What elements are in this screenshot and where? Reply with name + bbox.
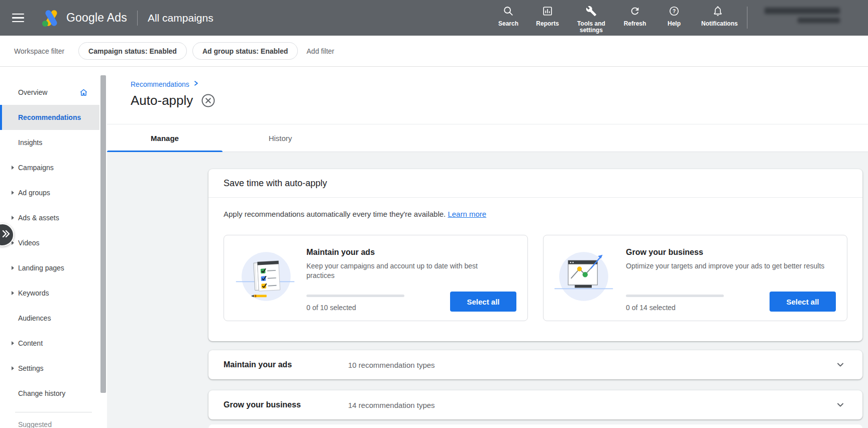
wrench-icon — [586, 6, 597, 19]
content-area: Save time with auto-apply Apply recommen… — [107, 152, 868, 428]
menu-button[interactable] — [12, 9, 30, 27]
expand-caret-icon — [12, 191, 14, 195]
page-header: Recommendations Auto-apply — [107, 67, 868, 124]
reports-icon — [542, 6, 553, 19]
progress-row: 0 of 10 selected Select all — [306, 292, 516, 312]
selection-progress-bar — [306, 295, 404, 297]
sidebar-item-recommendations[interactable]: Recommendations — [0, 105, 99, 130]
card-description: Apply recommendations automatically ever… — [224, 210, 847, 218]
notifications-nav-button[interactable]: Notifications — [701, 6, 734, 27]
header-left: Google Ads All campaigns — [12, 9, 213, 28]
accordion-count: 14 recommendation types — [348, 401, 835, 409]
chevron-down-icon[interactable] — [835, 360, 845, 370]
refresh-icon — [629, 6, 640, 19]
sidebar-item-landing-pages[interactable]: Landing pages — [0, 255, 99, 280]
context-title[interactable]: All campaigns — [148, 12, 213, 24]
promo-description: Keep your campaigns and account up to da… — [306, 261, 495, 280]
sidebar-item-ads-assets[interactable]: Ads & assets — [0, 205, 99, 230]
page-title: Auto-apply — [131, 93, 193, 108]
learn-more-link[interactable]: Learn more — [448, 210, 486, 218]
checklist-illustration — [234, 246, 295, 309]
bell-icon — [712, 6, 723, 19]
home-icon — [79, 88, 88, 97]
sidebar-item-change-history[interactable]: Change history — [0, 381, 99, 406]
accordion-grow-your-business[interactable]: Grow your business 14 recommendation typ… — [208, 390, 862, 419]
double-chevron-right-icon — [1, 229, 11, 241]
promo-description: Optimize your targets and improve your a… — [626, 261, 827, 271]
breadcrumb-recommendations-link[interactable]: Recommendations — [131, 80, 189, 88]
progress-row: 0 of 14 selected Select all — [626, 292, 836, 312]
accordion-title: Grow your business — [224, 400, 348, 409]
reports-nav-button[interactable]: Reports — [535, 6, 560, 27]
promo-main: Grow your business Optimize your targets… — [626, 243, 836, 312]
chevron-down-icon[interactable] — [835, 400, 845, 410]
filter-pill-ad-group-status[interactable]: Ad group status: Enabled — [192, 42, 298, 60]
top-app-bar: Google Ads All campaigns Search Reports … — [0, 0, 868, 36]
close-circle-icon — [201, 93, 215, 108]
next-card-partial — [208, 424, 862, 428]
card-title: Save time with auto-apply — [224, 178, 327, 189]
maintain-your-ads-card: Maintain your ads Keep your campaigns an… — [224, 235, 528, 321]
svg-text:?: ? — [673, 9, 676, 14]
tab-history[interactable]: History — [223, 124, 338, 152]
selection-progress-bar — [626, 295, 724, 297]
breadcrumb: Recommendations — [131, 80, 868, 89]
filter-pill-campaign-status[interactable]: Campaign status: Enabled — [78, 42, 187, 60]
sidebar-scrollbar[interactable] — [100, 75, 106, 393]
close-auto-apply-button[interactable] — [201, 93, 215, 108]
sidebar-item-campaigns[interactable]: Campaigns — [0, 155, 99, 180]
expand-caret-icon — [12, 366, 14, 370]
expand-caret-icon — [12, 166, 14, 170]
sidebar-section-suggested: Suggested — [0, 412, 107, 428]
sidebar-nav: Overview Recommendations Insights Campai… — [0, 67, 107, 428]
header-right: Search Reports Tools and settings Refres… — [489, 0, 868, 36]
main-content: Recommendations Auto-apply Manage Histor… — [107, 67, 868, 428]
expand-caret-icon — [12, 266, 14, 270]
help-nav-button[interactable]: ? Help — [662, 6, 686, 27]
grow-your-business-card: Grow your business Optimize your targets… — [543, 235, 847, 321]
auto-apply-card: Save time with auto-apply Apply recommen… — [208, 169, 862, 341]
card-body: Apply recommendations automatically ever… — [208, 198, 862, 321]
workspace-filter-label: Workspace filter — [14, 47, 64, 55]
sidebar-item-insights[interactable]: Insights — [0, 130, 99, 155]
selected-count-label: 0 of 10 selected — [306, 304, 404, 312]
google-ads-logo-icon — [41, 9, 61, 28]
sidebar-item-settings[interactable]: Settings — [0, 356, 99, 381]
sidebar-item-ad-groups[interactable]: Ad groups — [0, 180, 99, 205]
refresh-nav-button[interactable]: Refresh — [623, 6, 647, 27]
tab-manage[interactable]: Manage — [107, 124, 223, 152]
tab-bar: Manage History — [107, 124, 868, 152]
search-icon — [503, 6, 514, 19]
select-all-button-maintain[interactable]: Select all — [450, 292, 516, 312]
sidebar-item-videos[interactable]: Videos — [0, 230, 99, 255]
left-sidebar: Overview Recommendations Insights Campai… — [0, 67, 107, 428]
product-name: Google Ads — [66, 11, 127, 25]
filter-bar: Workspace filter Campaign status: Enable… — [0, 36, 868, 67]
expand-caret-icon — [12, 341, 14, 345]
search-nav-button[interactable]: Search — [496, 6, 520, 27]
sidebar-item-overview[interactable]: Overview — [0, 80, 99, 105]
sidebar-item-keywords[interactable]: Keywords — [0, 280, 99, 306]
title-row: Auto-apply — [131, 93, 868, 108]
selected-count-label: 0 of 14 selected — [626, 304, 724, 312]
promo-main: Maintain your ads Keep your campaigns an… — [306, 243, 516, 312]
chevron-right-icon — [192, 80, 199, 89]
accordion-title: Maintain your ads — [224, 360, 348, 369]
help-icon: ? — [669, 6, 680, 19]
sidebar-item-audiences[interactable]: Audiences — [0, 306, 99, 331]
growth-chart-illustration — [554, 246, 615, 309]
header-divider — [747, 7, 747, 29]
select-all-button-grow[interactable]: Select all — [770, 292, 836, 312]
tools-and-settings-nav-button[interactable]: Tools and settings — [575, 6, 608, 34]
expand-caret-icon — [12, 291, 14, 295]
accordion-maintain-your-ads[interactable]: Maintain your ads 10 recommendation type… — [208, 350, 862, 379]
sidebar-item-content[interactable]: Content — [0, 331, 99, 356]
account-info-redacted[interactable] — [754, 8, 840, 23]
promo-row: Maintain your ads Keep your campaigns an… — [224, 235, 847, 321]
card-title-row: Save time with auto-apply — [208, 169, 862, 198]
add-filter-button[interactable]: Add filter — [306, 47, 334, 55]
header-divider — [137, 11, 138, 26]
redacted-text-line — [765, 8, 840, 14]
accordion-count: 10 recommendation types — [348, 361, 835, 369]
redacted-text-line — [798, 18, 840, 23]
